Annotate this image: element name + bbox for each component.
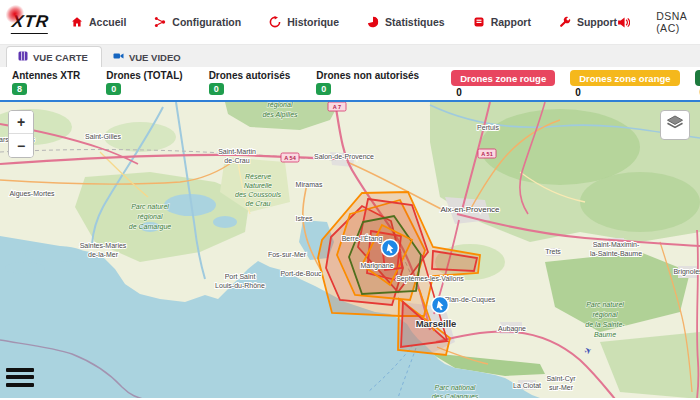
map-label-saint-maximin: Saint-Maximin-: [593, 241, 640, 248]
antenna-drone-counters: Antennes XTR8Drones (TOTAL)0Drones autor…: [12, 70, 419, 95]
map-label-miramas: Miramas: [296, 181, 323, 188]
svg-text:A 7: A 7: [333, 104, 341, 110]
road-shield-a-51: A 51: [478, 149, 496, 158]
map-label-marseille: Marseille: [416, 318, 457, 329]
map-label-regional: régional: [268, 102, 293, 109]
speaker-icon[interactable]: [617, 16, 630, 29]
svg-text:A 51: A 51: [481, 151, 492, 157]
map-label-parc-national: Parc national: [435, 384, 476, 391]
map-label-berre-l-etang: Berre-l'Étang: [342, 234, 383, 243]
tab-vue-carte-label: VUE CARTE: [33, 52, 88, 63]
zone-drones-zone-orange: Drones zone orange0: [570, 70, 679, 98]
map-label-regional: régional: [138, 213, 163, 221]
nav-item-label: Configuration: [172, 16, 241, 28]
nav-item-historique[interactable]: Historique: [269, 16, 339, 28]
zone-button-drones-zone-verte[interactable]: Drones zone verte: [695, 70, 700, 86]
map-label-saint-gilles: Saint-Gilles: [85, 133, 121, 140]
antenna-marker-0[interactable]: [382, 240, 399, 257]
main-menu: AccueilConfigurationHistoriqueStatistiqu…: [71, 16, 617, 28]
nav-item-accueil[interactable]: Accueil: [71, 16, 126, 28]
tab-vue-video[interactable]: VUE VIDEO: [102, 47, 194, 67]
layers-icon: [666, 115, 684, 135]
map-label-aubagne: Aubagne: [498, 325, 526, 333]
map-label-marignane: Marignane: [360, 262, 393, 270]
road-shield-a-7: A 7: [328, 102, 346, 111]
menu-hamburger-button[interactable]: [6, 364, 34, 390]
stat-value-badge: 0: [209, 83, 224, 95]
stat-value-badge: 0: [106, 83, 121, 95]
nav-item-support[interactable]: Support: [559, 16, 617, 28]
nav-item-rapport[interactable]: Rapport: [473, 16, 531, 28]
map-label-aix-en-provence: Aix-en-Provence: [440, 205, 500, 214]
zone-button-drones-zone-orange[interactable]: Drones zone orange: [570, 70, 679, 86]
stat-label: Drones non autorisés: [316, 70, 419, 81]
map-label-la-sainte-baume: la-Sainte-Baume: [590, 250, 642, 257]
report-icon: [473, 16, 485, 28]
map-label-salon-de-provence: Salon-de-Provence: [314, 153, 374, 160]
map-view[interactable]: ✈ A 7A 54A 51 MarsillarguesSaint-GillesA…: [0, 100, 700, 398]
stat-label: Antennes XTR: [12, 70, 80, 81]
zoom-out-button[interactable]: −: [9, 134, 33, 157]
view-tabbar: VUE CARTE VUE VIDEO: [0, 44, 700, 67]
xtr-logo[interactable]: XTR: [11, 12, 50, 32]
nav-item-label: Rapport: [491, 16, 531, 28]
map-label-de-crau: de-Crau: [224, 157, 249, 164]
user-account-label[interactable]: DSNA (AC): [656, 10, 687, 34]
svg-text:A 54: A 54: [284, 155, 296, 161]
stat-drones-non-autorises: Drones non autorisés0: [316, 70, 419, 95]
stat-antennes-xtr: Antennes XTR8: [12, 70, 80, 95]
map-label-istres: Istres: [295, 215, 313, 222]
map-label-regional: régional: [593, 311, 618, 319]
zone-count: 0: [575, 87, 581, 98]
zone-button-drones-zone-rouge[interactable]: Drones zone rouge: [451, 70, 555, 86]
nav-item-configuration[interactable]: Configuration: [154, 16, 241, 28]
map-label-de-camargue: de Camargue: [129, 223, 172, 231]
nav-item-label: Statistiques: [385, 16, 445, 28]
zoom-in-button[interactable]: +: [9, 111, 33, 134]
nav-item-label: Support: [577, 16, 617, 28]
map-label-la-ciotat: La Ciotat: [513, 382, 541, 389]
map-label-baume: Baume: [594, 331, 616, 338]
video-camera-icon: [113, 51, 124, 63]
map-label-des-coussouls: des Coussouls: [235, 191, 281, 198]
tab-vue-video-label: VUE VIDEO: [129, 52, 181, 63]
map-label-sur-mer: sur-Mer: [549, 384, 574, 391]
antenna-marker-1[interactable]: [432, 297, 449, 314]
map-label-trets: Trets: [545, 248, 561, 255]
map-label-des-calanques: des Calanques: [432, 393, 479, 398]
stat-value-badge: 8: [12, 83, 27, 95]
map-label-saint-cyr: Saint-Cyr: [546, 375, 576, 383]
map-label-septemes-les-vallons: Septèmes-les-Vallons: [396, 275, 464, 283]
map-label-port-de-bouc: Port-de-Bouc: [280, 270, 322, 277]
map-label-saint-martin: Saint-Martin: [218, 148, 256, 155]
map-label-de-crau: de Crau: [246, 200, 271, 207]
network-icon: [154, 16, 166, 28]
zone-counters: Drones zone rouge0Drones zone orange0Dro…: [451, 70, 700, 98]
history-icon: [269, 16, 281, 28]
layers-button[interactable]: [660, 110, 690, 140]
nav-item-label: Accueil: [89, 16, 126, 28]
map-label-louis-du-rhone: Louis-du-Rhône: [215, 282, 265, 289]
tab-vue-carte[interactable]: VUE CARTE: [6, 46, 102, 67]
map-label-parc-naturel: Parc naturel: [131, 203, 169, 210]
map-label-reserve: Réserve: [245, 173, 271, 180]
map-label-aigues-mortes: Aigues-Mortes: [9, 190, 55, 198]
map-label-brignoles: Brignoles: [673, 268, 700, 276]
stat-drones-autorises: Drones autorisés0: [209, 70, 291, 95]
map-label-plan-de-cuques: Plan-de-Cuques: [445, 296, 496, 304]
zone-drones-zone-rouge: Drones zone rouge0: [451, 70, 555, 98]
navbar-right: DSNA (AC): [617, 10, 700, 34]
home-icon: [71, 16, 83, 28]
road-shield-a-54: A 54: [281, 153, 299, 162]
stat-label: Drones autorisés: [209, 70, 291, 81]
zone-drones-zone-verte: Drones zone verte0: [695, 70, 700, 98]
stat-drones-total: Drones (TOTAL)0: [106, 70, 182, 95]
map-canvas[interactable]: ✈ A 7A 54A 51 MarsillarguesSaint-GillesA…: [0, 102, 700, 398]
map-label-parc-naturel: Parc naturel: [586, 301, 624, 308]
nav-item-statistiques[interactable]: Statistiques: [367, 16, 445, 28]
nav-item-label: Historique: [287, 16, 339, 28]
status-bar: Antennes XTR8Drones (TOTAL)0Drones autor…: [0, 67, 700, 100]
map-label-naturelle: Naturelle: [244, 182, 272, 189]
map-label-saintes-maries: Saintes-Maries: [80, 242, 127, 249]
wrench-icon: [559, 16, 571, 28]
